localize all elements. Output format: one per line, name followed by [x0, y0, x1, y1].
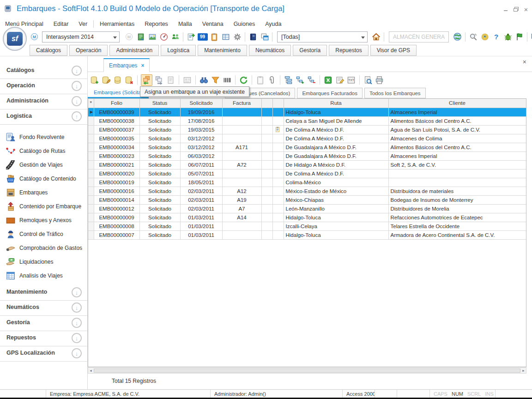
- cell-cliente[interactable]: Soft 2, S.A. de C.V.: [388, 160, 526, 169]
- tab-catalogos[interactable]: Catálogos: [30, 45, 67, 56]
- tab-administracion[interactable]: Administración: [109, 45, 159, 56]
- menu-ver[interactable]: Ver: [73, 18, 92, 29]
- cell-folio[interactable]: EMB00000016: [94, 187, 139, 195]
- cell-cliente[interactable]: [388, 169, 526, 178]
- sidebar-item-gestion-viajes[interactable]: Gestión de Viajes: [0, 158, 87, 172]
- cell-folio[interactable]: EMB00000012: [94, 204, 139, 213]
- cell-ruta[interactable]: De Guadalajara A México D.F.: [284, 143, 388, 151]
- cell-extra2[interactable]: [272, 143, 284, 151]
- cell-extra2[interactable]: [272, 213, 284, 222]
- row-indicator[interactable]: [88, 151, 94, 160]
- cell-status[interactable]: Solicitado: [139, 116, 180, 125]
- tab-visor-gps[interactable]: Visor de GPS: [370, 45, 417, 56]
- cell-solicitado[interactable]: 18/05/2011: [180, 178, 222, 187]
- column-header-extra2[interactable]: [272, 99, 284, 108]
- cell-cliente[interactable]: Bodegas de Insumos de Monterrey: [388, 195, 526, 204]
- cell-status[interactable]: Solicitado: [139, 143, 180, 151]
- sidebar-group-gestoria[interactable]: Gestoría↓: [0, 316, 87, 331]
- tab-operacion[interactable]: Operación: [69, 45, 108, 56]
- scroll-left-icon[interactable]: ◄: [89, 369, 92, 372]
- cell-extra1[interactable]: [261, 195, 272, 204]
- sidebar-group-administracion[interactable]: Administración↓: [0, 94, 87, 109]
- edit-record-icon[interactable]: [101, 75, 111, 85]
- cell-factura[interactable]: [222, 178, 261, 187]
- cell-factura[interactable]: A171: [222, 143, 261, 151]
- cell-factura[interactable]: A7: [222, 204, 261, 213]
- cell-status[interactable]: Solicitado: [139, 151, 180, 160]
- filter-funnel-icon[interactable]: [211, 75, 220, 85]
- cell-extra2[interactable]: [272, 222, 284, 230]
- column-header-cliente[interactable]: Cliente: [388, 99, 526, 108]
- move-record-icon[interactable]: [154, 75, 164, 85]
- sidebar-item-control-trafico[interactable]: Control de Tráfico: [0, 227, 87, 241]
- row-indicator[interactable]: [88, 204, 94, 213]
- cell-ruta[interactable]: De Colima A México D.F.: [284, 125, 388, 134]
- cell-folio[interactable]: EMB00000019: [94, 178, 139, 187]
- sidebar-item-catalogo-contenido[interactable]: Catálogo de Contenido: [0, 172, 87, 186]
- cell-solicitado[interactable]: 03/12/2012: [180, 134, 222, 143]
- menu-guiones[interactable]: Guiones: [229, 18, 260, 29]
- tab-close-icon[interactable]: ×: [141, 62, 144, 69]
- row-indicator[interactable]: [88, 125, 94, 134]
- cell-extra2[interactable]: [272, 178, 284, 187]
- sidebar-item-analisis-viajes[interactable]: Analisis de Viajes: [0, 269, 87, 283]
- table-row[interactable]: EMB00000020Solicitado05/07/2011De Colima…: [88, 169, 526, 178]
- cell-solicitado[interactable]: 03/12/2012: [180, 143, 222, 151]
- cell-cliente[interactable]: Distribuidores de Morelia: [388, 204, 526, 213]
- cell-factura[interactable]: [222, 222, 261, 230]
- column-header-factura[interactable]: Factura: [222, 99, 261, 108]
- cell-status[interactable]: Solicitado: [139, 204, 180, 213]
- cell-cliente[interactable]: Almacenes Imperial: [388, 108, 526, 116]
- cell-factura[interactable]: [222, 125, 261, 134]
- globe-icon[interactable]: [452, 31, 463, 42]
- cell-factura[interactable]: [222, 151, 261, 160]
- row-indicator[interactable]: [88, 160, 94, 169]
- cell-extra1[interactable]: [261, 151, 272, 160]
- row-indicator[interactable]: [88, 195, 94, 204]
- cell-folio[interactable]: EMB00000035: [94, 134, 139, 143]
- cell-extra1[interactable]: [261, 204, 272, 213]
- chat-icon[interactable]: [530, 31, 532, 42]
- minimize-button[interactable]: [502, 6, 510, 13]
- cell-folio[interactable]: EMB00000038: [94, 116, 139, 125]
- coins-icon[interactable]: [479, 31, 490, 42]
- tab-logistica[interactable]: Logística: [161, 45, 196, 56]
- tab-gestoria[interactable]: Gestoría: [293, 45, 327, 56]
- assign-to-trip-icon[interactable]: [142, 75, 151, 85]
- row-indicator[interactable]: [88, 134, 94, 143]
- export-note-icon[interactable]: [335, 75, 345, 85]
- table-row[interactable]: EMB00000023Solicitado06/03/2012De Guadal…: [88, 151, 526, 160]
- cell-folio[interactable]: EMB00000021: [94, 160, 139, 169]
- attachment-icon[interactable]: [267, 75, 277, 85]
- cell-extra1[interactable]: [261, 160, 272, 169]
- cell-ruta[interactable]: Celaya a San Miguel De Allende: [284, 116, 388, 125]
- image-icon[interactable]: [147, 31, 157, 42]
- cell-status[interactable]: Solicitado: [139, 108, 180, 116]
- column-header-status[interactable]: Status: [139, 99, 180, 108]
- cell-cliente[interactable]: Armadora de Acero Continental S.A. de C.…: [388, 230, 526, 239]
- cell-factura[interactable]: [222, 169, 261, 178]
- cell-extra2[interactable]: [272, 134, 284, 143]
- cell-ruta[interactable]: León-Manzanillo: [284, 204, 388, 213]
- tab-repuestos[interactable]: Repuestos: [329, 45, 368, 56]
- cell-cliente[interactable]: Alimentos Básicos del Centro A.C.: [388, 143, 526, 151]
- cell-factura[interactable]: [222, 134, 261, 143]
- sidebar-group-operacion[interactable]: Operación↓: [0, 79, 87, 94]
- column-header-selector[interactable]: *: [88, 99, 94, 108]
- row-indicator[interactable]: [88, 230, 94, 239]
- cell-ruta[interactable]: De Guadalajara A México D.F.: [284, 151, 388, 160]
- table-row[interactable]: EMB00000007Solicitado01/03/2011Hidalgo-T…: [88, 230, 526, 239]
- cell-cliente[interactable]: Almacenes Imperial: [388, 151, 526, 160]
- menu-editar[interactable]: Editar: [48, 18, 74, 29]
- windows-icon[interactable]: [259, 31, 270, 42]
- table-row[interactable]: EMB00000009Solicitado01/03/2011A14Hidalg…: [88, 213, 526, 222]
- cell-extra1[interactable]: [261, 178, 272, 187]
- export-excel-icon[interactable]: [323, 75, 333, 85]
- cell-ruta[interactable]: Hidalgo-Toluca: [284, 108, 388, 116]
- book-icon[interactable]: [248, 31, 258, 42]
- cell-solicitado[interactable]: 05/07/2011: [180, 169, 222, 178]
- menu-ayuda[interactable]: Ayuda: [260, 18, 286, 29]
- cell-solicitado[interactable]: 01/03/2011: [180, 222, 222, 230]
- bug-icon[interactable]: [502, 31, 513, 42]
- subtab-facturados[interactable]: Embarques Facturados: [297, 88, 363, 98]
